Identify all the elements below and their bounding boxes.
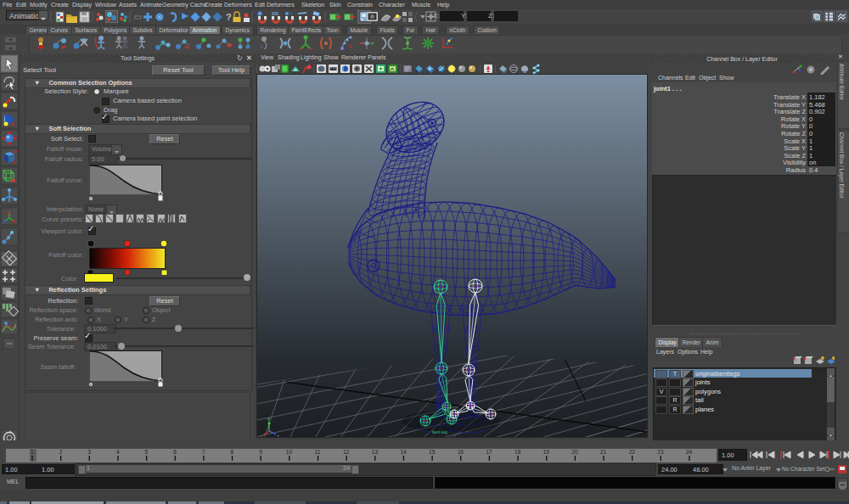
- svg-text:2: 2: [59, 449, 63, 455]
- svg-text:18: 18: [514, 449, 521, 455]
- svg-text:24: 24: [686, 449, 693, 455]
- svg-text:14: 14: [400, 449, 407, 455]
- svg-text:15: 15: [429, 449, 436, 455]
- svg-text:y: y: [267, 416, 270, 421]
- svg-text:3: 3: [87, 449, 91, 455]
- svg-text:z: z: [277, 434, 279, 437]
- svg-text:20: 20: [571, 449, 578, 455]
- svg-text:19: 19: [543, 449, 550, 455]
- svg-text:9: 9: [259, 449, 262, 455]
- svg-text:8: 8: [231, 449, 234, 455]
- svg-text:13: 13: [372, 449, 379, 455]
- svg-text:5: 5: [145, 449, 149, 455]
- svg-text:16: 16: [458, 449, 464, 455]
- svg-text:11: 11: [315, 449, 321, 455]
- svg-text:23: 23: [657, 449, 664, 455]
- svg-text:6: 6: [173, 449, 177, 455]
- svg-text:?: ?: [226, 12, 232, 22]
- svg-text:x: x: [260, 434, 262, 437]
- svg-text:4: 4: [116, 449, 120, 455]
- svg-text:22: 22: [629, 449, 636, 455]
- svg-text:17: 17: [486, 449, 492, 455]
- svg-text:10: 10: [286, 449, 293, 455]
- svg-text:bent leg: bent leg: [432, 429, 447, 434]
- svg-text:7: 7: [202, 449, 205, 455]
- svg-text:1: 1: [31, 449, 34, 455]
- svg-text:21: 21: [600, 449, 607, 455]
- svg-text:12: 12: [343, 449, 350, 455]
